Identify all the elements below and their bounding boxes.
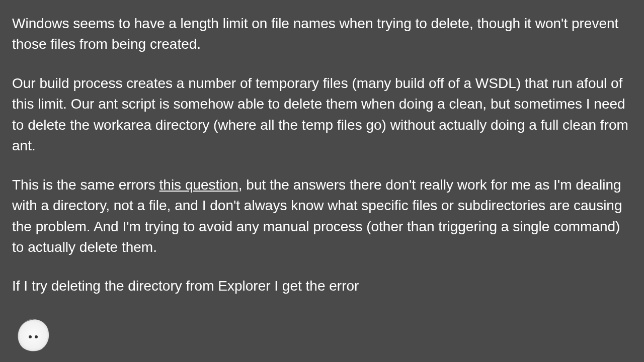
paragraph-2: Our build process creates a number of te… (12, 73, 632, 156)
avatar (15, 317, 51, 353)
this-question-link[interactable]: this question (159, 177, 238, 193)
avatar-eyes-icon (29, 335, 38, 338)
paragraph-3: This is the same errors this question, b… (12, 174, 632, 258)
question-body: Windows seems to have a length limit on … (12, 13, 632, 297)
p3-text-before: This is the same errors (12, 177, 159, 193)
paragraph-1: Windows seems to have a length limit on … (12, 13, 632, 55)
paragraph-4: If I try deleting the directory from Exp… (12, 276, 632, 296)
avatar-blob-icon (15, 317, 51, 353)
